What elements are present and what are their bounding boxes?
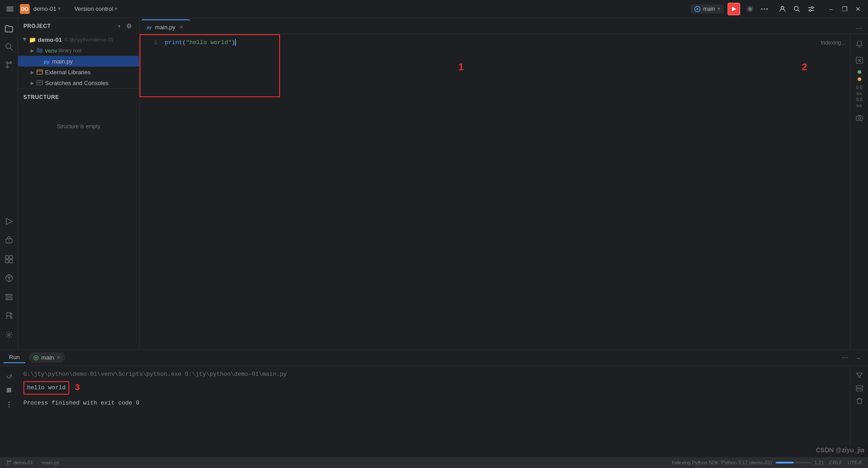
- run-button[interactable]: [728, 3, 740, 15]
- annotation-2: 2: [802, 61, 807, 73]
- green-status-dot: [858, 70, 861, 74]
- code-editor[interactable]: print("hello world"): [161, 34, 850, 349]
- restore-btn[interactable]: ❐: [838, 3, 851, 15]
- run-panel-more-btn[interactable]: [3, 398, 15, 411]
- folder-demo01-icon: 📁: [29, 36, 36, 43]
- svg-point-54: [9, 406, 10, 408]
- svg-point-16: [809, 9, 811, 11]
- package-icon: [5, 274, 14, 283]
- minimize-btn[interactable]: –: [825, 3, 837, 15]
- editor-content: 1 1 2 print("hello world") Indexing...: [140, 34, 868, 349]
- tab-close-mainpy[interactable]: ✕: [178, 24, 185, 30]
- tab-mainpy[interactable]: py main.py ✕: [141, 19, 190, 34]
- hamburger-menu[interactable]: [4, 3, 16, 15]
- line-col-label: 1:21: [814, 460, 824, 465]
- svg-rect-56: [856, 389, 863, 391]
- tree-item-venv[interactable]: ▶ venv library root: [18, 45, 139, 56]
- run-config-selector[interactable]: main ▾: [691, 4, 724, 14]
- svg-rect-51: [7, 388, 11, 392]
- sidebar-item-debug[interactable]: [1, 232, 17, 248]
- statusbar-branch[interactable]: demo-01: [4, 460, 36, 465]
- line-numbers: 1: [140, 34, 161, 349]
- close-btn[interactable]: ✕: [852, 3, 864, 15]
- sidebar-gear-btn[interactable]: ⚙: [125, 22, 134, 31]
- statusbar-encoding[interactable]: UTF-8: [845, 460, 864, 465]
- tree-item-mainpy[interactable]: ▶ py main.py: [18, 56, 139, 67]
- statusbar-sep1: ›: [36, 460, 38, 465]
- stop-btn[interactable]: [3, 384, 15, 396]
- run-filter-btn[interactable]: [853, 369, 866, 382]
- sidebar-item-packages[interactable]: [1, 270, 17, 286]
- run-layout-btn[interactable]: [853, 382, 866, 395]
- sidebar-item-vcs[interactable]: [1, 57, 17, 73]
- sidebar-item-settings3[interactable]: [1, 327, 17, 343]
- notifications-icon-btn[interactable]: [852, 37, 867, 51]
- editor-tabs: py main.py ✕ ⋯: [140, 18, 868, 34]
- svg-point-21: [6, 66, 8, 68]
- tab-run[interactable]: Run: [4, 352, 25, 363]
- sidebar: Project ▾ ⚙ ▶ 📁 demo-01 G:\jty\python\de…: [18, 18, 140, 349]
- problems-icon-btn[interactable]: [852, 53, 867, 68]
- sidebar-item-services[interactable]: [1, 289, 17, 305]
- svg-rect-40: [37, 81, 42, 85]
- more-actions-bottom-btn[interactable]: ⋯: [839, 352, 851, 364]
- network-label2: k/s: [856, 103, 863, 109]
- svg-point-32: [7, 295, 8, 296]
- statusbar-line-col[interactable]: 1:21: [812, 460, 827, 465]
- tab-main-close[interactable]: ✕: [57, 355, 60, 360]
- svg-text:py: py: [44, 59, 50, 64]
- svg-rect-26: [9, 256, 13, 259]
- tab-label-mainpy: main.py: [155, 24, 176, 31]
- bottom-panel: Run main ✕ ⋯ –: [0, 349, 868, 457]
- svg-rect-55: [856, 386, 863, 388]
- indexing-label: Indexing...: [821, 40, 845, 46]
- svg-point-48: [858, 117, 860, 120]
- settings2-btn[interactable]: [805, 3, 818, 15]
- statusbar-line-sep[interactable]: CRLF: [827, 460, 845, 465]
- svg-rect-28: [9, 260, 13, 263]
- sidebar-item-tools[interactable]: [1, 251, 17, 267]
- tree-item-scratches[interactable]: ▶ Scratches and Consoles: [18, 77, 139, 88]
- screenshot-icon-btn[interactable]: [852, 111, 867, 126]
- encoding-label: UTF-8: [848, 460, 862, 465]
- folder-icon: [5, 24, 14, 33]
- sidebar-item-git2[interactable]: [1, 308, 17, 324]
- version-control-btn[interactable]: Version control ▾: [72, 4, 120, 13]
- yellow-status-dot: [858, 77, 861, 81]
- search2-icon: [5, 42, 14, 51]
- more-actions-btn[interactable]: [758, 3, 771, 15]
- svg-point-58: [7, 464, 9, 465]
- settings-btn[interactable]: [744, 3, 756, 15]
- editor-wrapper[interactable]: 1 2 print("hello world"): [161, 34, 850, 349]
- rerun-btn[interactable]: [3, 369, 15, 382]
- search-btn[interactable]: [791, 3, 803, 15]
- project-name: demo-01: [33, 5, 56, 12]
- sidebar-item-project[interactable]: [1, 21, 17, 37]
- run-config-chevron: ▾: [718, 6, 720, 12]
- svg-point-9: [767, 8, 768, 9]
- run-trash-btn[interactable]: [853, 395, 866, 407]
- project-chevron: ▾: [58, 6, 61, 12]
- project-selector[interactable]: demo-01 ▾: [33, 5, 61, 12]
- editor-more-btn[interactable]: ⋯: [854, 23, 864, 34]
- minimize-panel-btn[interactable]: –: [853, 352, 864, 364]
- sidebar-item-run[interactable]: [1, 213, 17, 230]
- sidebar-header: Project ▾ ⚙: [18, 18, 139, 34]
- git-icon: [5, 60, 14, 69]
- terminal-area[interactable]: G:\jty\python\demo-01\venv\Scripts\pytho…: [18, 366, 850, 457]
- statusbar-file[interactable]: main.py: [39, 460, 62, 465]
- tree-item-external[interactable]: ▶ External Libraries: [18, 67, 139, 77]
- sidebar-item-find[interactable]: [1, 39, 17, 55]
- svg-point-17: [6, 44, 11, 49]
- statusbar: demo-01 › main.py Indexing Python SDK 'P…: [0, 457, 868, 468]
- svg-rect-1: [6, 9, 14, 9]
- svg-point-6: [749, 8, 751, 10]
- settings-icon: [808, 5, 815, 13]
- app-logo: DO: [20, 4, 30, 14]
- tab-main-pill[interactable]: main ✕: [29, 352, 65, 363]
- svg-point-10: [781, 6, 784, 9]
- accounts-btn[interactable]: [776, 3, 789, 15]
- tree-label-demo01: demo-01: [38, 36, 62, 43]
- tree-item-demo01[interactable]: ▶ 📁 demo-01 G:\jty\python\demo-01: [18, 34, 139, 45]
- svg-marker-50: [35, 356, 37, 359]
